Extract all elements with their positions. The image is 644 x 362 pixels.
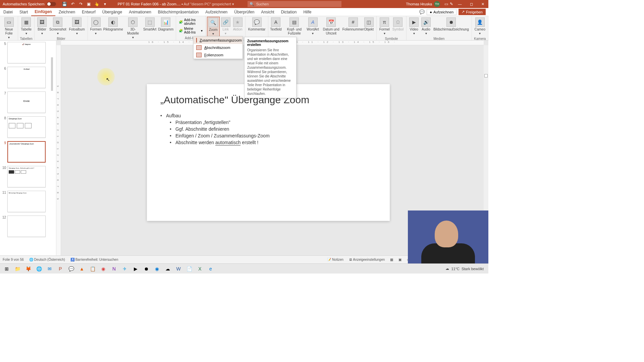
telegram-icon[interactable]: ✈ [120, 264, 129, 273]
weather-widget[interactable]: ☁ 11°C Stark bewölkt [445, 266, 487, 271]
tab-ueberpruefen[interactable]: Überprüfen [231, 8, 258, 16]
symbol-button[interactable]: ΩSymbol [391, 17, 405, 32]
editor-options-icon[interactable] [484, 74, 488, 77]
thumbnail-11[interactable]: Mehrstufige Übergänge Zoom [7, 191, 46, 212]
slide-counter[interactable]: Folie 9 von 56 [3, 258, 24, 261]
comments-icon[interactable]: 💬 [419, 9, 425, 14]
close-button[interactable]: ✕ [477, 0, 488, 8]
touch-mode-icon[interactable]: 👆 [94, 1, 100, 7]
tab-animationen[interactable]: Animationen [125, 8, 155, 16]
3dmodels-button[interactable]: ⬡3D-Modelle▾ [124, 17, 143, 40]
thumb-scrollbar[interactable] [51, 57, 53, 91]
app-icon-5[interactable]: ◉ [152, 264, 162, 273]
app-icon-4[interactable]: ▶ [131, 264, 140, 273]
photoalbum-button[interactable]: 🖼Fotoalbum▾ [68, 17, 86, 36]
equation-button[interactable]: πFormel▾ [378, 17, 391, 36]
smartart-button[interactable]: ⬚SmartArt [142, 17, 157, 32]
audio-button[interactable]: 🔊Audio▾ [420, 17, 432, 36]
chrome-icon[interactable]: 🌐 [34, 264, 44, 273]
zoom-summary-item[interactable]: ZZusammenfassungszoomusammenfassungszoom [194, 37, 243, 44]
current-slide[interactable]: „Automatische" Übergänge Zoom Aufbau Prä… [147, 84, 390, 221]
record-button[interactable]: ● Aufzeichnen [427, 9, 457, 15]
comment-button[interactable]: 💬Kommentar [247, 17, 267, 32]
thumbnail-9[interactable]: „Automatische" Übergänge Zoom [7, 141, 46, 163]
tab-uebergaenge[interactable]: Übergänge [99, 8, 125, 16]
word-icon[interactable]: W [174, 264, 183, 273]
zoom-slide-item[interactable]: Folienzoom [194, 51, 243, 59]
tab-entwurf[interactable]: Entwurf [78, 8, 99, 16]
minimize-button[interactable]: — [454, 0, 466, 8]
app-icon-7[interactable]: 📄 [184, 264, 194, 273]
tab-dictation[interactable]: Dictation [278, 8, 300, 16]
slidenumber-button[interactable]: #Foliennummer [343, 17, 363, 32]
app-icon-2[interactable]: 📋 [88, 264, 97, 273]
slide-thumbnail-panel[interactable]: 5🚀 diagram 6⚙ wheel 7Ende 8Übergänge Zoo… [0, 41, 56, 255]
display-settings-button[interactable]: 🖥 Anzeigeeinstellungen [349, 258, 385, 261]
my-addins-button[interactable]: 🧩 Meine Add-Ins ▾ [177, 26, 204, 35]
thumbnail-12[interactable] [7, 216, 46, 237]
app-icon-1[interactable]: 💬 [66, 264, 76, 273]
tab-datei[interactable]: Datei [0, 8, 16, 16]
link-button[interactable]: 🔗Link▾ [220, 17, 232, 36]
explorer-icon[interactable]: 📁 [13, 264, 22, 273]
share-button[interactable]: ↗ Freigeben [459, 9, 486, 15]
cameo-button[interactable]: 👤Cameo▾ [473, 17, 487, 36]
icons-button[interactable]: ◐Piktogramme [103, 17, 124, 32]
table-button[interactable]: ▦Tabelle▾ [19, 17, 33, 36]
thumbnail-5[interactable]: 🚀 diagram [7, 42, 46, 63]
action-button[interactable]: ★Aktion [232, 17, 244, 32]
app-icon-6[interactable]: ☁ [163, 264, 172, 273]
header-footer-button[interactable]: ▤Kopf- und Fußzeile [282, 17, 307, 36]
object-button[interactable]: ◫Objekt [363, 17, 375, 32]
thumbnail-8[interactable]: Übergänge Zoom [7, 116, 46, 138]
outlook-icon[interactable]: ✉ [45, 264, 54, 273]
undo-icon[interactable]: ↶ [70, 1, 75, 7]
tab-zeichnen[interactable]: Zeichnen [55, 8, 78, 16]
thumbnail-7[interactable]: Ende [7, 92, 46, 113]
pictures-button[interactable]: 🖼Bilder▾ [36, 17, 48, 36]
zoom-section-item[interactable]: Abschnittszoom [194, 44, 243, 51]
user-account[interactable]: Thomas Hruska TH [402, 1, 443, 7]
shapes-button[interactable]: ◯Formen▾ [89, 17, 103, 36]
screenshot-button[interactable]: ⧉Screenshot▾ [48, 17, 68, 36]
chart-button[interactable]: 📊Diagramm [157, 17, 174, 32]
tab-start[interactable]: Start [16, 8, 31, 16]
wordart-button[interactable]: AWordArt▾ [307, 17, 319, 36]
qat-more-icon[interactable]: ▾ [102, 1, 108, 7]
search-input[interactable] [256, 2, 339, 6]
app-icon-3[interactable]: ◉ [99, 264, 108, 273]
zoom-button[interactable]: 🔍Zoom▾ [207, 17, 220, 37]
tab-aufzeichnen[interactable]: Aufzeichnen [202, 8, 231, 16]
datetime-button[interactable]: 📅Datum und Uhrzeit [319, 17, 343, 36]
firefox-icon[interactable]: 🦊 [23, 264, 33, 273]
pen-icon[interactable]: ✎ [449, 1, 454, 7]
tab-bildschirmpraesentation[interactable]: Bildschirmpräsentation [155, 8, 202, 16]
notes-button[interactable]: 📝 Notizen [327, 258, 343, 261]
thumbnail-6[interactable]: ⚙ wheel [7, 67, 46, 88]
redo-icon[interactable]: ↷ [78, 1, 84, 7]
get-addins-button[interactable]: 🧩 Add-Ins abrufen [177, 17, 204, 26]
edge-icon[interactable]: e [206, 264, 215, 273]
maximize-button[interactable]: ◻ [466, 0, 477, 8]
thumbnail-10[interactable]: Übergänge Zoom - Einfacher geht's nicht … [7, 166, 46, 187]
powerpoint-icon[interactable]: P [56, 264, 65, 273]
onenote-icon[interactable]: N [109, 264, 119, 273]
save-icon[interactable]: 💾 [62, 1, 67, 7]
view-normal-icon[interactable]: ▦ [390, 258, 393, 261]
tab-ansicht[interactable]: Ansicht [258, 8, 277, 16]
video-button[interactable]: ▶Video▾ [408, 17, 420, 36]
tab-hilfe[interactable]: Hilfe [300, 8, 315, 16]
excel-icon[interactable]: X [195, 264, 205, 273]
obs-icon[interactable]: ⏺ [142, 264, 151, 273]
start-show-icon[interactable]: ▣ [86, 1, 92, 7]
start-button[interactable]: ⊞ [2, 264, 11, 273]
view-sorter-icon[interactable]: ▣ [398, 258, 401, 261]
ribbon-mode-icon[interactable]: ▭ [443, 1, 449, 7]
vlc-icon[interactable]: ▲ [77, 264, 87, 273]
accessibility-status[interactable]: ♿ Barrierefreiheit: Untersuchen [70, 258, 118, 261]
search-box[interactable]: 🔍 [248, 1, 341, 7]
language-status[interactable]: 🌐 Deutsch (Österreich) [29, 258, 65, 261]
autosave-toggle[interactable] [47, 2, 56, 6]
textbox-button[interactable]: ATextfeld [270, 17, 282, 32]
tab-einfuegen[interactable]: Einfügen [31, 8, 55, 16]
